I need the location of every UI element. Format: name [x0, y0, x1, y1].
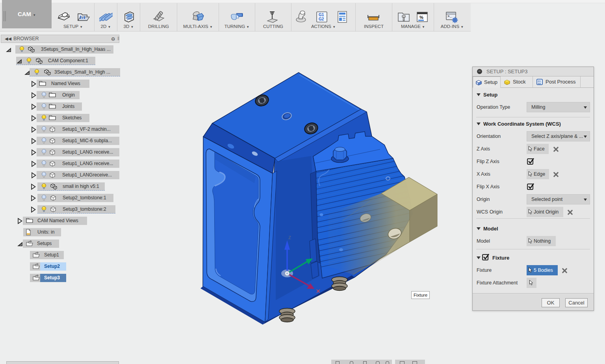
svg-text:>_: >_: [447, 15, 452, 19]
svg-text:G2: G2: [319, 17, 324, 21]
svg-text:G2: G2: [538, 82, 541, 85]
svg-text:G1: G1: [319, 13, 324, 17]
svg-text:Z: Z: [288, 235, 291, 240]
svg-text:%: %: [419, 15, 423, 20]
